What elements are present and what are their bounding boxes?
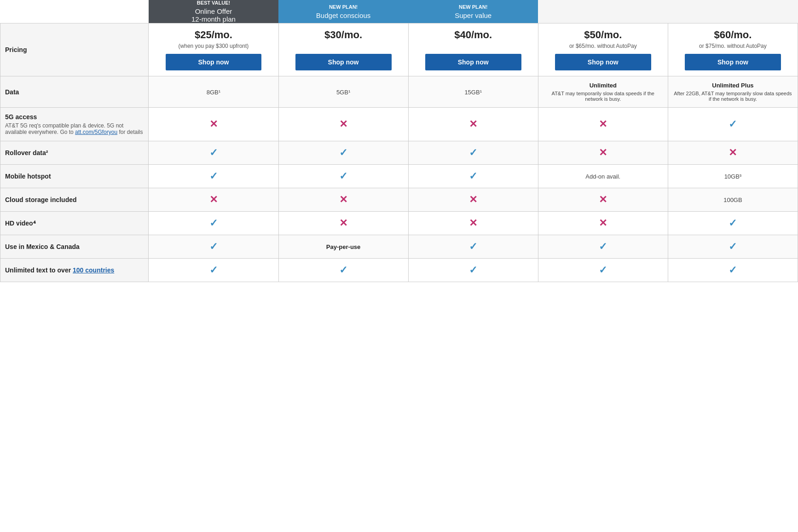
plan2-price: $30/mo.	[283, 29, 404, 41]
plan2-name: Budget conscious	[278, 12, 408, 19]
plan4-hotspot: Add-on avail.	[538, 165, 668, 188]
plan4-header	[538, 0, 668, 23]
plan5-fiveg: ✓	[668, 108, 798, 141]
plan3-price: $40/mo.	[413, 29, 533, 41]
fiveg-link[interactable]: att.com/5Gforyou	[75, 129, 117, 135]
plan5-unlimited-text: ✓	[668, 259, 798, 282]
plan4-cloud: ✕	[538, 188, 668, 212]
plan1-fiveg: ✕	[149, 108, 278, 141]
plan3-badge: NEW PLAN!	[408, 4, 538, 10]
plan3-header: NEW PLAN! Super value	[408, 0, 538, 23]
rollover-row: Rollover data² ✓ ✓ ✓ ✕ ✕	[0, 141, 798, 165]
plan3-rollover: ✓	[408, 141, 538, 165]
plan1-hd: ✓	[149, 212, 278, 235]
plan1-header: BEST VALUE! Online Offer12-month plan	[149, 0, 278, 23]
fiveg-row-label: 5G access AT&T 5G req's compatible plan …	[0, 108, 149, 141]
hd-row-label: HD video⁴	[0, 212, 149, 235]
plan1-name: Online Offer12-month plan	[149, 7, 278, 23]
data-row: Data 8GB¹ 5GB¹ 15GB¹ Unlimited AT&T may …	[0, 76, 798, 108]
header-empty-cell	[0, 0, 149, 23]
plan4-price-sub: or $65/mo. without AutoPay	[543, 43, 663, 49]
plan1-data: 8GB¹	[149, 76, 278, 108]
pricing-row-label: Pricing	[0, 23, 149, 76]
fiveg-sub: AT&T 5G req's compatible plan & device. …	[5, 122, 144, 135]
mexico-row-label: Use in Mexico & Canada	[0, 235, 149, 259]
plan5-mexico: ✓	[668, 235, 798, 259]
plan5-price: $60/mo.	[673, 29, 793, 41]
plan2-cloud: ✕	[278, 188, 408, 212]
plan1-mexico: ✓	[149, 235, 278, 259]
plan2-shop-button[interactable]: Shop now	[295, 54, 392, 70]
plan4-hd: ✕	[538, 212, 668, 235]
plan2-badge: NEW PLAN!	[278, 4, 408, 10]
plan1-shop-button[interactable]: Shop now	[166, 54, 262, 70]
mexico-row: Use in Mexico & Canada ✓ Pay-per-use ✓ ✓…	[0, 235, 798, 259]
plan4-mexico: ✓	[538, 235, 668, 259]
plan3-unlimited-text: ✓	[408, 259, 538, 282]
plan5-shop-button[interactable]: Shop now	[685, 54, 781, 70]
plan1-unlimited-text: ✓	[149, 259, 278, 282]
hd-row: HD video⁴ ✓ ✕ ✕ ✕ ✓	[0, 212, 798, 235]
plan5-rollover: ✕	[668, 141, 798, 165]
hotspot-row-label: Mobile hotspot	[0, 165, 149, 188]
plan5-pricing-cell: $60/mo. or $75/mo. without AutoPay Shop …	[668, 23, 798, 76]
plan5-hotspot: 10GB³	[668, 165, 798, 188]
cloud-row: Cloud storage included ✕ ✕ ✕ ✕ 100GB	[0, 188, 798, 212]
plan3-shop-button[interactable]: Shop now	[425, 54, 521, 70]
unlimited-text-row-label: Unlimited text to over 100 countries	[0, 259, 149, 282]
plan1-price: $25/mo.	[153, 29, 273, 41]
plan2-mexico: Pay-per-use	[278, 235, 408, 259]
plan2-pricing-cell: $30/mo. Shop now	[278, 23, 408, 76]
plan4-shop-button[interactable]: Shop now	[555, 54, 651, 70]
pricing-table: BEST VALUE! Online Offer12-month plan NE…	[0, 0, 798, 282]
plan2-hotspot: ✓	[278, 165, 408, 188]
plan4-pricing-cell: $50/mo. or $65/mo. without AutoPay Shop …	[538, 23, 668, 76]
plan1-price-sub: (when you pay $300 upfront)	[153, 43, 273, 49]
plan3-fiveg: ✕	[408, 108, 538, 141]
unlimited-text-row: Unlimited text to over 100 countries ✓ ✓…	[0, 259, 798, 282]
plan1-rollover: ✓	[149, 141, 278, 165]
plan5-cloud: 100GB	[668, 188, 798, 212]
plan3-hotspot: ✓	[408, 165, 538, 188]
plan3-name: Super value	[408, 12, 538, 19]
plan5-data: Unlimited Plus After 22GB, AT&T may temp…	[668, 76, 798, 108]
plan2-data: 5GB¹	[278, 76, 408, 108]
fiveg-row: 5G access AT&T 5G req's compatible plan …	[0, 108, 798, 141]
plan5-price-sub: or $75/mo. without AutoPay	[673, 43, 793, 49]
plan3-mexico: ✓	[408, 235, 538, 259]
plan2-hd: ✕	[278, 212, 408, 235]
plan-header-row: BEST VALUE! Online Offer12-month plan NE…	[0, 0, 798, 23]
plan4-unlimited-text: ✓	[538, 259, 668, 282]
plan3-cloud: ✕	[408, 188, 538, 212]
cloud-row-label: Cloud storage included	[0, 188, 149, 212]
data-row-label: Data	[0, 76, 149, 108]
plan5-header	[668, 0, 798, 23]
plan4-rollover: ✕	[538, 141, 668, 165]
pricing-row: Pricing $25/mo. (when you pay $300 upfro…	[0, 23, 798, 76]
rollover-row-label: Rollover data²	[0, 141, 149, 165]
plan4-fiveg: ✕	[538, 108, 668, 141]
100-countries-link[interactable]: 100 countries	[73, 266, 114, 274]
plan2-fiveg: ✕	[278, 108, 408, 141]
plan2-rollover: ✓	[278, 141, 408, 165]
plan5-hd: ✓	[668, 212, 798, 235]
plan1-pricing-cell: $25/mo. (when you pay $300 upfront) Shop…	[149, 23, 278, 76]
plan1-hotspot: ✓	[149, 165, 278, 188]
plan4-data: Unlimited AT&T may temporarily slow data…	[538, 76, 668, 108]
plan2-price-sub	[283, 43, 404, 49]
plan4-price: $50/mo.	[543, 29, 663, 41]
plan3-price-sub	[413, 43, 533, 49]
plan1-cloud: ✕	[149, 188, 278, 212]
plan2-unlimited-text: ✓	[278, 259, 408, 282]
plan3-hd: ✕	[408, 212, 538, 235]
plan2-header: NEW PLAN! Budget conscious	[278, 0, 408, 23]
plan3-data: 15GB¹	[408, 76, 538, 108]
plan1-badge: BEST VALUE!	[149, 0, 278, 6]
hotspot-row: Mobile hotspot ✓ ✓ ✓ Add-on avail. 10GB³	[0, 165, 798, 188]
plan3-pricing-cell: $40/mo. Shop now	[408, 23, 538, 76]
